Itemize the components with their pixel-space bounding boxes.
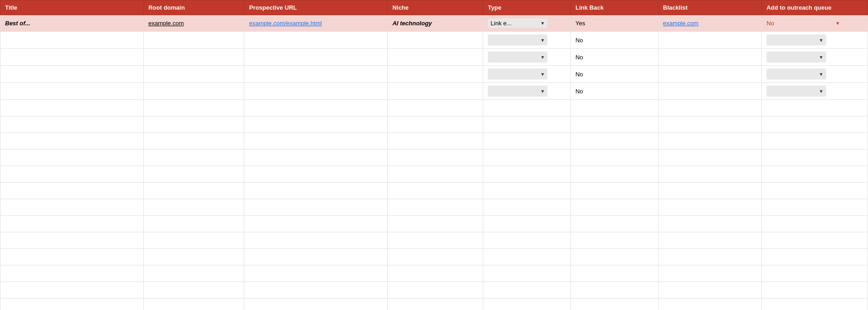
cell-blacklist-17 bbox=[658, 282, 761, 299]
type-dropdown-value-1: Link e... bbox=[490, 20, 512, 27]
cell-linkback-17 bbox=[570, 282, 658, 299]
cell-outreach-5[interactable]: ▼ bbox=[761, 83, 868, 100]
cell-niche-17 bbox=[388, 282, 483, 299]
cell-title-18 bbox=[0, 299, 144, 310]
type-dropdown-4[interactable]: ▼ bbox=[488, 69, 547, 80]
cell-title-8 bbox=[0, 133, 144, 149]
table-row-2: ▼ No ▼ bbox=[0, 32, 868, 49]
cell-type-12 bbox=[483, 199, 571, 216]
cell-linkback-15 bbox=[570, 249, 658, 265]
cell-root-9 bbox=[143, 149, 244, 166]
cell-type-17 bbox=[483, 282, 571, 299]
cell-linkback-1: Yes bbox=[570, 15, 658, 32]
cell-outreach-11 bbox=[761, 183, 868, 199]
cell-niche-9 bbox=[388, 149, 483, 166]
cell-blacklist-9 bbox=[658, 149, 761, 166]
table-row-3: ▼ No ▼ bbox=[0, 49, 868, 66]
cell-niche-11 bbox=[388, 183, 483, 199]
cell-type-3[interactable]: ▼ bbox=[483, 49, 571, 66]
outreach-dropdown-3[interactable]: ▼ bbox=[767, 52, 826, 63]
cell-title-11 bbox=[0, 183, 144, 199]
cell-root-5 bbox=[143, 83, 244, 100]
outreach-dropdown-4[interactable]: ▼ bbox=[767, 69, 826, 80]
cell-url-18 bbox=[244, 299, 388, 310]
cell-type-4[interactable]: ▼ bbox=[483, 66, 571, 83]
type-dropdown-3[interactable]: ▼ bbox=[488, 52, 547, 63]
cell-url-1: example.com/example.html bbox=[244, 15, 388, 32]
col-header-title: Title bbox=[0, 0, 144, 15]
cell-root-4 bbox=[143, 66, 244, 83]
cell-outreach-4[interactable]: ▼ bbox=[761, 66, 868, 83]
cell-type-2[interactable]: ▼ bbox=[483, 32, 571, 49]
cell-type-13 bbox=[483, 216, 571, 232]
cell-niche-16 bbox=[388, 265, 483, 282]
table-row-5: ▼ No ▼ bbox=[0, 83, 868, 100]
cell-blacklist-11 bbox=[658, 183, 761, 199]
type-chevron-1: ▼ bbox=[540, 21, 545, 26]
cell-blacklist-12 bbox=[658, 199, 761, 216]
cell-blacklist-15 bbox=[658, 249, 761, 265]
cell-root-15 bbox=[143, 249, 244, 265]
blacklist-value-1[interactable]: example.com bbox=[663, 20, 699, 27]
cell-blacklist-6 bbox=[658, 100, 761, 116]
cell-niche-1: AI technology bbox=[388, 15, 483, 32]
table-row-15 bbox=[0, 249, 868, 265]
type-dropdown-5[interactable]: ▼ bbox=[488, 86, 547, 97]
cell-outreach-8 bbox=[761, 133, 868, 149]
table-row-13 bbox=[0, 216, 868, 232]
cell-url-2 bbox=[244, 32, 388, 49]
type-chevron-5: ▼ bbox=[540, 89, 545, 94]
cell-type-6 bbox=[483, 100, 571, 116]
cell-root-3 bbox=[143, 49, 244, 66]
cell-root-12 bbox=[143, 199, 244, 216]
cell-niche-4 bbox=[388, 66, 483, 83]
outreach-dropdown-5[interactable]: ▼ bbox=[767, 86, 826, 97]
main-table: Title Root domain Prospective URL Niche … bbox=[0, 0, 868, 310]
cell-outreach-10 bbox=[761, 166, 868, 183]
cell-niche-7 bbox=[388, 116, 483, 133]
cell-title-3 bbox=[0, 49, 144, 66]
cell-url-12 bbox=[244, 199, 388, 216]
type-dropdown-2[interactable]: ▼ bbox=[488, 34, 547, 46]
cell-title-10 bbox=[0, 166, 144, 183]
type-chevron-2: ▼ bbox=[540, 38, 545, 43]
cell-niche-18 bbox=[388, 299, 483, 310]
cell-blacklist-3 bbox=[658, 49, 761, 66]
cell-outreach-13 bbox=[761, 216, 868, 232]
cell-url-17 bbox=[244, 282, 388, 299]
type-dropdown-1[interactable]: Link e... ▼ bbox=[488, 18, 547, 28]
cell-url-8 bbox=[244, 133, 388, 149]
root-domain-value-1[interactable]: example.com bbox=[148, 20, 184, 27]
prospective-url-value-1[interactable]: example.com/example.html bbox=[249, 20, 321, 27]
cell-root-16 bbox=[143, 265, 244, 282]
cell-outreach-18 bbox=[761, 299, 868, 310]
cell-outreach-1[interactable]: No ▼ bbox=[761, 15, 868, 32]
cell-outreach-3[interactable]: ▼ bbox=[761, 49, 868, 66]
cell-outreach-6 bbox=[761, 100, 868, 116]
cell-url-7 bbox=[244, 116, 388, 133]
cell-niche-6 bbox=[388, 100, 483, 116]
cell-type-1[interactable]: Link e... ▼ bbox=[483, 15, 571, 32]
cell-blacklist-2 bbox=[658, 32, 761, 49]
cell-outreach-14 bbox=[761, 232, 868, 249]
cell-url-14 bbox=[244, 232, 388, 249]
niche-value-1: AI technology bbox=[392, 20, 432, 27]
cell-type-5[interactable]: ▼ bbox=[483, 83, 571, 100]
cell-root-2 bbox=[143, 32, 244, 49]
cell-type-7 bbox=[483, 116, 571, 133]
table-row-11 bbox=[0, 183, 868, 199]
outreach-dropdown-1[interactable]: No ▼ bbox=[767, 20, 840, 27]
cell-niche-14 bbox=[388, 232, 483, 249]
cell-linkback-16 bbox=[570, 265, 658, 282]
cell-outreach-2[interactable]: ▼ bbox=[761, 32, 868, 49]
cell-niche-3 bbox=[388, 49, 483, 66]
outreach-dropdown-2[interactable]: ▼ bbox=[767, 34, 826, 46]
cell-linkback-10 bbox=[570, 166, 658, 183]
cell-linkback-7 bbox=[570, 116, 658, 133]
table-row-12 bbox=[0, 199, 868, 216]
col-header-type: Type bbox=[483, 0, 571, 15]
table-row-14 bbox=[0, 232, 868, 249]
cell-niche-15 bbox=[388, 249, 483, 265]
cell-blacklist-8 bbox=[658, 133, 761, 149]
col-header-outreach: Add to outreach queue bbox=[761, 0, 868, 15]
